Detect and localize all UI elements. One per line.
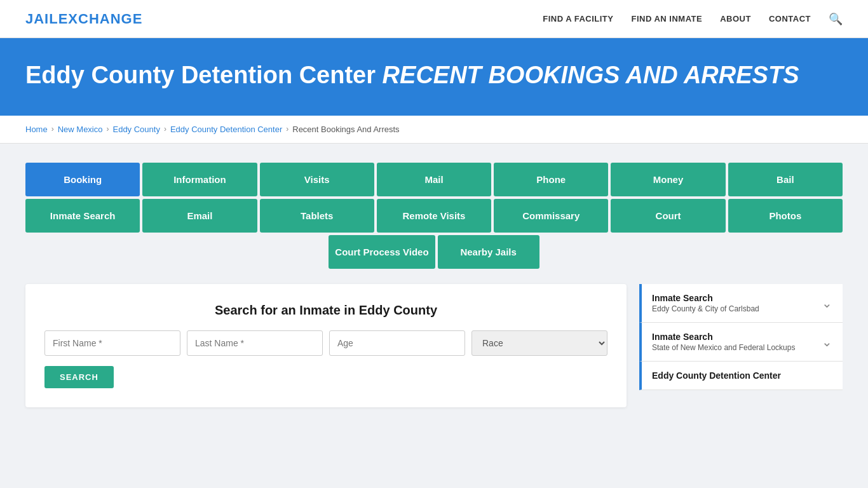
sidebar-item-0-title: Inmate Search [652, 293, 759, 303]
main-content: Booking Information Visits Mail Phone Mo… [0, 144, 868, 426]
button-row-3: Court Process Video Nearby Jails [25, 235, 843, 269]
button-row-2: Inmate Search Email Tablets Remote Visit… [25, 199, 843, 233]
button-row-1: Booking Information Visits Mail Phone Mo… [25, 163, 843, 196]
sidebar-item-2[interactable]: Eddy County Detention Center [639, 362, 843, 390]
sep-2: › [106, 125, 109, 133]
btn-money[interactable]: Money [611, 163, 725, 196]
btn-visits[interactable]: Visits [260, 163, 374, 196]
search-icon[interactable]: 🔍 [829, 12, 843, 26]
site-logo[interactable]: JAILEXCHANGE [25, 11, 142, 27]
sep-3: › [164, 125, 166, 133]
sidebar-item-1[interactable]: Inmate Search State of New Mexico and Fe… [639, 323, 843, 362]
btn-remote-visits[interactable]: Remote Visits [377, 199, 491, 233]
hero-title-emphasis: Recent Bookings and Arrests [383, 62, 799, 88]
site-header: JAILEXCHANGE FIND A FACILITY FIND AN INM… [0, 0, 868, 38]
sidebar-item-1-subtitle: State of New Mexico and Federal Lockups [652, 343, 795, 352]
sidebar: Inmate Search Eddy County & City of Carl… [639, 284, 843, 390]
sidebar-item-1-title: Inmate Search [652, 332, 795, 342]
chevron-down-icon-1: ⌄ [822, 334, 832, 349]
breadcrumb: Home › New Mexico › Eddy County › Eddy C… [25, 125, 843, 134]
sidebar-item-0-subtitle: Eddy County & City of Carlsbad [652, 304, 759, 313]
hero-banner: Eddy County Detention Center Recent Book… [0, 38, 868, 116]
breadcrumb-eddy-county[interactable]: Eddy County [112, 125, 159, 134]
content-row: Search for an Inmate in Eddy County Race… [25, 284, 843, 407]
sep-1: › [51, 125, 54, 133]
nav-about[interactable]: ABOUT [720, 14, 751, 24]
breadcrumb-new-mexico[interactable]: New Mexico [58, 125, 103, 134]
search-title: Search for an Inmate in Eddy County [44, 303, 607, 318]
btn-tablets[interactable]: Tablets [260, 199, 374, 233]
btn-court-process-video[interactable]: Court Process Video [329, 235, 435, 269]
btn-inmate-search[interactable]: Inmate Search [25, 199, 140, 233]
page-title: Eddy County Detention Center Recent Book… [25, 61, 843, 90]
btn-bail[interactable]: Bail [728, 163, 843, 196]
inmate-search-box: Search for an Inmate in Eddy County Race… [25, 284, 627, 407]
race-select[interactable]: Race White Black Hispanic Asian Native A… [471, 330, 607, 356]
logo-exchange: EXCHANGE [58, 11, 143, 27]
btn-booking[interactable]: Booking [25, 163, 140, 196]
sidebar-item-0[interactable]: Inmate Search Eddy County & City of Carl… [639, 284, 843, 323]
btn-information[interactable]: Information [142, 163, 257, 196]
btn-photos[interactable]: Photos [728, 199, 843, 233]
search-button[interactable]: SEARCH [44, 366, 114, 388]
breadcrumb-wrap: Home › New Mexico › Eddy County › Eddy C… [0, 116, 868, 144]
hero-title-main: Eddy County Detention Center [25, 62, 376, 88]
nav-contact[interactable]: CONTACT [769, 14, 811, 24]
main-nav: FIND A FACILITY FIND AN INMATE ABOUT CON… [543, 12, 843, 26]
nav-find-facility[interactable]: FIND A FACILITY [543, 14, 613, 24]
chevron-down-icon-0: ⌄ [822, 295, 832, 311]
logo-jail: JAIL [25, 11, 58, 27]
btn-phone[interactable]: Phone [494, 163, 608, 196]
category-buttons: Booking Information Visits Mail Phone Mo… [25, 163, 843, 269]
search-fields: Race White Black Hispanic Asian Native A… [44, 330, 607, 356]
btn-mail[interactable]: Mail [377, 163, 491, 196]
breadcrumb-home[interactable]: Home [25, 125, 48, 134]
breadcrumb-current: Recent Bookings And Arrests [292, 125, 399, 134]
age-input[interactable] [329, 330, 465, 356]
btn-commissary[interactable]: Commissary [494, 199, 608, 233]
btn-court[interactable]: Court [611, 199, 725, 233]
breadcrumb-eddy-detention[interactable]: Eddy County Detention Center [170, 125, 282, 134]
btn-email[interactable]: Email [142, 199, 257, 233]
nav-find-inmate[interactable]: FIND AN INMATE [631, 14, 702, 24]
first-name-input[interactable] [44, 330, 180, 356]
btn-nearby-jails[interactable]: Nearby Jails [438, 235, 539, 269]
last-name-input[interactable] [187, 330, 323, 356]
sep-4: › [286, 125, 288, 133]
